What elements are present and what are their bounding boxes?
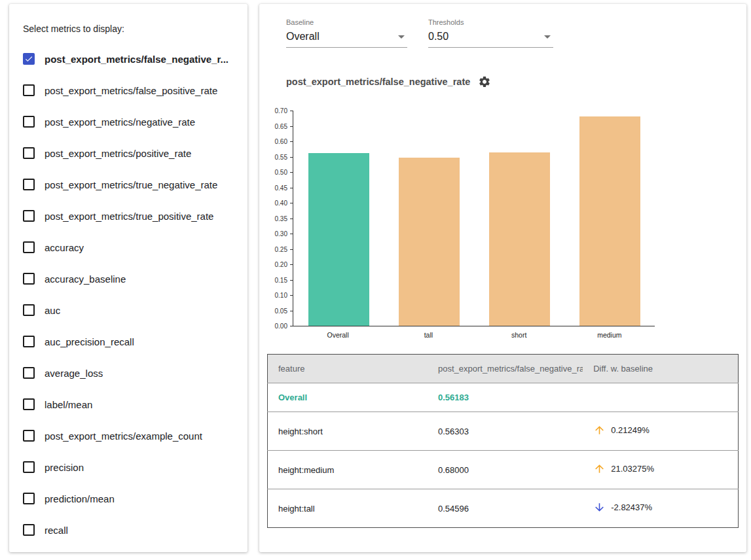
metric-label: post_export_metrics/positive_rate [45,148,191,159]
x-axis-label: short [474,326,564,339]
metric-detail-panel: Baseline Overall Thresholds 0.50 post_ex… [259,4,746,552]
table-row[interactable]: height:tall0.54596-2.82437% [268,489,739,528]
table-row[interactable]: height:short0.563030.21249% [268,412,739,451]
metric-label: post_export_metrics/negative_rate [45,116,195,128]
thresholds-dropdown-label: Thresholds [428,18,553,26]
metric-label: average_loss [45,368,103,379]
metric-item[interactable]: recall [23,514,234,546]
metric-item[interactable]: accuracy [23,232,234,263]
y-tick-label: 0.65 [275,123,287,130]
checkbox-icon[interactable] [23,461,35,473]
value-cell: 0.56303 [428,412,583,451]
feature-cell: height:tall [268,489,428,528]
metric-label: post_export_metrics/true_negative_rate [45,179,217,190]
metric-item[interactable]: post_export_metrics/false_positive_rate [23,75,234,106]
y-tick-label: 0.70 [275,107,287,114]
y-tick-label: 0.35 [275,215,287,222]
y-tick-label: 0.00 [275,323,287,330]
checkbox-icon[interactable] [23,304,35,316]
bar-medium[interactable] [579,116,640,326]
checkbox-icon[interactable] [23,430,35,442]
gear-icon[interactable] [478,75,491,88]
header-metric-value: post_export_metrics/false_negative_rat..… [428,355,583,383]
checkbox-icon[interactable] [23,116,35,128]
y-tick-label: 0.45 [275,184,287,192]
arrow-up-icon [593,424,606,436]
checkbox-icon[interactable] [23,84,35,96]
y-tick-label: 0.30 [275,230,287,237]
checkbox-icon[interactable] [23,53,35,65]
header-diff: Diff. w. baseline [583,355,738,383]
checkbox-icon[interactable] [23,524,35,536]
chevron-down-icon [544,35,551,39]
value-cell: 0.56183 [428,383,583,412]
bar-short[interactable] [489,152,550,326]
bar-slot [293,111,384,326]
arrow-down-icon [593,501,606,514]
y-tick-label: 0.05 [275,307,287,315]
baseline-dropdown[interactable]: Baseline Overall [286,18,407,48]
bar-overall[interactable] [308,153,369,326]
metric-item[interactable]: accuracy_baseline [23,263,234,294]
x-labels: Overalltallshortmedium [293,326,655,339]
value-cell: 0.68000 [428,451,583,489]
feature-cell: height:short [268,412,428,451]
diff-cell: -2.82437% [583,489,738,528]
metric-item[interactable]: auc_precision_recall [23,326,234,357]
table-header-row: feature post_export_metrics/false_negati… [268,355,739,383]
metric-item[interactable]: prediction/mean [23,483,234,514]
y-tick-label: 0.40 [275,200,287,207]
checkbox-icon[interactable] [23,273,35,285]
checkbox-icon[interactable] [23,179,35,190]
bar-tall[interactable] [399,158,460,326]
diff-value: 0.21249% [611,425,650,435]
checkbox-icon[interactable] [23,336,35,347]
metric-item[interactable]: label/mean [23,389,234,420]
y-tick-label: 0.55 [275,154,287,161]
metrics-list: post_export_metrics/false_negative_r...p… [23,43,234,546]
diff-value: 21.03275% [611,464,654,474]
x-axis-label: medium [564,326,655,339]
y-tick-label: 0.10 [275,292,287,299]
metrics-table-body: Overall0.56183height:short0.563030.21249… [268,383,739,528]
x-axis-label: tall [383,326,473,339]
metric-label: auc_precision_recall [45,336,134,347]
diff-value: -2.82437% [611,502,652,512]
metric-item[interactable]: post_export_metrics/false_negative_r... [23,43,234,75]
feature-cell: Overall [268,383,428,412]
controls-bar: Baseline Overall Thresholds 0.50 [286,18,746,48]
checkbox-icon[interactable] [23,210,35,222]
table-row[interactable]: height:medium0.6800021.03275% [268,451,739,489]
table-row[interactable]: Overall0.56183 [268,383,739,412]
metric-label: accuracy_baseline [45,273,126,285]
thresholds-dropdown[interactable]: Thresholds 0.50 [428,18,553,48]
metric-label: post_export_metrics/example_count [45,430,202,442]
value-cell: 0.54596 [428,489,583,528]
metric-item[interactable]: post_export_metrics/true_negative_rate [23,169,234,200]
thresholds-dropdown-value: 0.50 [428,31,449,43]
metric-item[interactable]: average_loss [23,357,234,389]
checkbox-icon[interactable] [23,493,35,504]
metric-item[interactable]: post_export_metrics/positive_rate [23,137,234,169]
checkbox-icon[interactable] [23,147,35,159]
checkbox-icon[interactable] [23,241,35,253]
metric-item[interactable]: post_export_metrics/negative_rate [23,106,234,137]
metric-item[interactable]: post_export_metrics/example_count [23,420,234,451]
diff-indicator: -2.82437% [593,501,652,514]
chart-title: post_export_metrics/false_negative_rate [286,77,470,87]
metric-label: auc [45,305,60,316]
bar-slot [474,111,564,326]
metric-label: accuracy [45,242,84,253]
x-axis-label: Overall [293,326,383,339]
metric-label: recall [45,525,68,536]
diff-cell: 0.21249% [583,412,738,451]
metric-label: post_export_metrics/false_negative_r... [45,54,229,65]
metric-item[interactable]: auc [23,294,234,326]
metric-item[interactable]: precision [23,451,234,483]
metric-item[interactable]: post_export_metrics/true_positive_rate [23,200,234,232]
bar-slot [564,111,655,326]
checkbox-icon[interactable] [23,398,35,410]
metric-label: post_export_metrics/false_positive_rate [45,85,217,96]
feature-cell: height:medium [268,451,428,489]
checkbox-icon[interactable] [23,367,35,379]
